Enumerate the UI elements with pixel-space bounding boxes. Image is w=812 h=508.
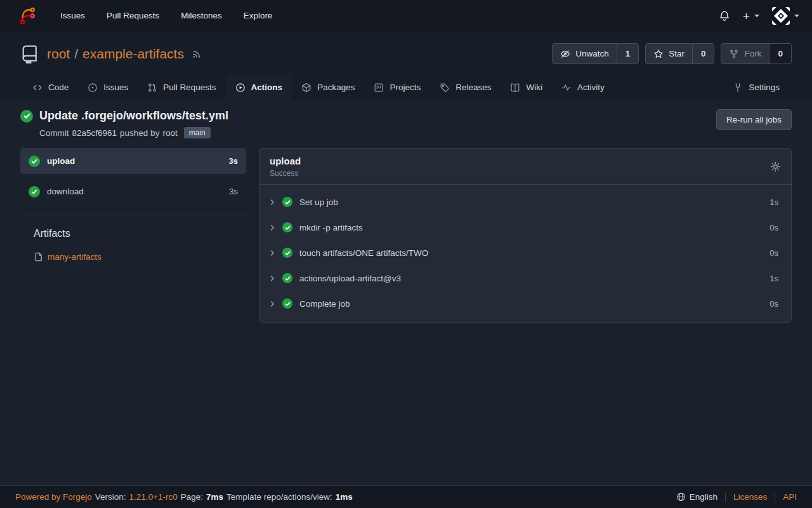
success-check-icon <box>29 156 40 167</box>
chevron-right-icon <box>268 300 277 308</box>
tab-label: Code <box>48 83 69 92</box>
tab-projects[interactable]: Projects <box>364 74 430 100</box>
tab-label: Pull Requests <box>163 83 216 92</box>
rss-icon[interactable] <box>192 48 202 59</box>
step-name: mkdir -p artifacts <box>299 223 363 232</box>
user-menu[interactable] <box>772 7 799 25</box>
divider <box>725 492 726 502</box>
tag-icon <box>440 83 450 93</box>
fork-label: Fork <box>744 49 761 58</box>
repo-tabs: Code Issues Pull Requests <box>15 74 797 100</box>
page-time-label: Page: <box>181 492 203 502</box>
tab-actions[interactable]: Actions <box>226 74 292 100</box>
nav-link-issues[interactable]: Issues <box>49 0 96 32</box>
language-selector[interactable]: English <box>676 492 717 502</box>
artifacts-heading: Artifacts <box>20 228 246 239</box>
powered-by-link[interactable]: Powered by Forgejo <box>15 492 92 502</box>
commit-author-link[interactable]: root <box>162 128 177 138</box>
tab-settings[interactable]: Settings <box>723 74 789 100</box>
job-row-upload[interactable]: upload 3s <box>20 148 246 174</box>
step-row[interactable]: mkdir -p artifacts 0s <box>259 215 791 240</box>
success-check-icon <box>282 197 292 207</box>
version-label: Version: <box>95 492 126 502</box>
watchers-count[interactable]: 1 <box>617 44 639 64</box>
plus-icon: + <box>743 10 750 22</box>
tab-packages[interactable]: Packages <box>292 74 364 100</box>
step-row[interactable]: Complete job 0s <box>259 291 791 316</box>
artifact-link[interactable]: many-artifacts <box>48 252 102 262</box>
tab-label: Packages <box>317 83 355 92</box>
chevron-right-icon <box>268 224 277 232</box>
nav-link-milestones[interactable]: Milestones <box>170 0 233 32</box>
branch-badge[interactable]: main <box>184 127 211 138</box>
api-link[interactable]: API <box>783 492 797 502</box>
step-duration: 1s <box>769 274 778 283</box>
status-badge: Success <box>270 169 301 178</box>
tab-label: Wiki <box>526 83 542 92</box>
version-link[interactable]: 1.21.0+1-rc0 <box>129 492 178 502</box>
forgejo-logo-icon[interactable] <box>18 6 37 25</box>
unwatch-button[interactable]: Unwatch 1 <box>552 43 639 64</box>
success-check-icon <box>29 186 40 197</box>
globe-icon <box>676 492 686 502</box>
package-icon <box>301 83 311 93</box>
unwatch-label: Unwatch <box>575 49 609 58</box>
stars-count[interactable]: 0 <box>692 44 714 64</box>
repo-owner-link[interactable]: root <box>47 46 70 62</box>
template-time-value: 1ms <box>336 492 353 502</box>
divider <box>20 215 246 215</box>
pushed-by-label: pushed by <box>120 128 159 138</box>
success-check-icon <box>282 248 292 258</box>
job-steps-panel: upload Success <box>259 148 792 323</box>
repo-book-icon <box>20 44 39 64</box>
tab-wiki[interactable]: Wiki <box>501 74 552 100</box>
step-name: Set up job <box>299 197 338 207</box>
job-name: upload <box>47 156 75 166</box>
create-new-menu[interactable]: + <box>743 10 759 22</box>
star-label: Star <box>669 49 684 58</box>
book-open-icon <box>510 83 520 93</box>
tab-code[interactable]: Code <box>23 74 78 100</box>
step-duration: 0s <box>769 223 778 232</box>
wrench-icon <box>733 83 743 93</box>
fork-button[interactable]: Fork 0 <box>721 43 792 64</box>
star-button[interactable]: Star 0 <box>645 43 714 64</box>
step-row[interactable]: touch artifacts/ONE artifacts/TWO 0s <box>259 240 791 265</box>
template-time-label: Template repo/actions/view: <box>226 492 332 502</box>
gear-icon[interactable] <box>770 161 781 172</box>
tab-releases[interactable]: Releases <box>430 74 501 100</box>
job-duration: 3s <box>229 156 238 166</box>
licenses-link[interactable]: Licenses <box>733 492 767 502</box>
nav-link-pull-requests[interactable]: Pull Requests <box>96 0 170 32</box>
fork-icon <box>729 49 739 59</box>
chevron-right-icon <box>268 198 277 206</box>
commit-sha-link[interactable]: 82a5cf6961 <box>72 128 117 138</box>
success-check-icon <box>282 298 292 309</box>
panel-job-name: upload <box>270 156 301 166</box>
page-time-value: 7ms <box>206 492 223 502</box>
tab-label: Actions <box>251 83 283 92</box>
tab-pull-requests[interactable]: Pull Requests <box>138 74 225 100</box>
tab-label: Activity <box>577 83 605 92</box>
tab-issues[interactable]: Issues <box>78 74 138 100</box>
artifact-item: many-artifacts <box>20 252 246 262</box>
file-icon <box>34 252 43 262</box>
forks-count[interactable]: 0 <box>769 44 791 64</box>
chevron-down-icon <box>754 15 759 17</box>
tab-activity[interactable]: Activity <box>552 74 614 100</box>
step-name: actions/upload-artifact@v3 <box>299 274 401 283</box>
step-row[interactable]: actions/upload-artifact@v3 1s <box>259 265 791 291</box>
project-board-icon <box>374 83 384 93</box>
step-row[interactable]: Set up job 1s <box>259 189 791 215</box>
repo-name-link[interactable]: example-artifacts <box>82 46 184 62</box>
step-duration: 0s <box>769 299 778 309</box>
notifications-bell-icon[interactable] <box>719 10 730 22</box>
rerun-all-jobs-button[interactable]: Re-run all jobs <box>716 109 792 130</box>
top-navbar: Issues Pull Requests Milestones Explore … <box>0 0 812 32</box>
chevron-right-icon <box>268 274 277 283</box>
language-label: English <box>690 492 717 502</box>
tab-label: Settings <box>749 83 780 92</box>
nav-link-explore[interactable]: Explore <box>233 0 284 32</box>
commit-summary: Commit 82a5cf6961 pushed by root main <box>39 127 228 138</box>
job-row-download[interactable]: download 3s <box>20 178 246 204</box>
